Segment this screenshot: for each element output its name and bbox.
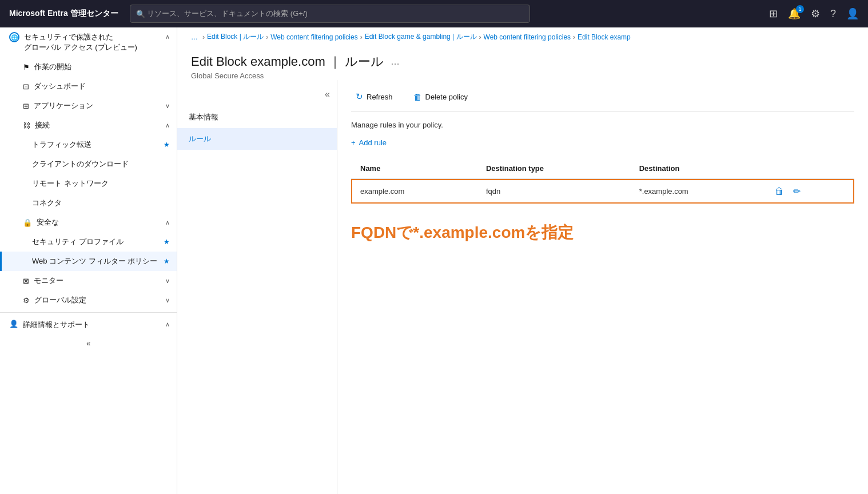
sidebar-item-secure[interactable]: 🔒 安全な ∧ <box>0 213 177 232</box>
sidebar-item-label: リモート ネットワーク <box>32 178 109 189</box>
panels: « 基本情報 ルール ↻ Refresh 🗑 <box>177 80 868 494</box>
topbar: Microsoft Entra 管理センター 🔍 リソース、サービス、ドキュメン… <box>0 0 868 27</box>
sidebar-item-label: クライアントのダウンロード <box>32 159 129 169</box>
collapse-icon: « <box>86 339 90 348</box>
breadcrumb-item-5[interactable]: Edit Block examp <box>578 33 631 41</box>
search-bar[interactable]: 🔍 リソース、サービス、ドキュメントの検索 (G+/) <box>130 5 530 23</box>
brand-label: Microsoft Entra 管理センター <box>9 9 118 19</box>
delete-row-icon[interactable]: 🗑 <box>775 186 784 197</box>
breadcrumb-dots[interactable]: … <box>191 33 198 41</box>
sidebar: 🌐 セキュリティで保護されたグローバル アクセス (プレビュー) ∧ ⚑ 作業の… <box>0 27 177 494</box>
sidebar-item-label: コネクタ <box>32 198 62 208</box>
page-header: Edit Block example.com ｜ ルール … Global Se… <box>177 46 868 80</box>
settings-icon2: ⚙ <box>23 296 30 305</box>
apps-icon: ⊞ <box>23 102 29 110</box>
sidebar-item-security-profile[interactable]: セキュリティ プロファイル ★ <box>0 232 177 252</box>
edit-row-icon[interactable]: ✏ <box>793 186 801 197</box>
sidebar-item-applications[interactable]: ⊞ アプリケーション ∨ <box>0 96 177 115</box>
help-icon[interactable]: ? <box>830 8 836 20</box>
page-title: Edit Block example.com ｜ ルール <box>191 53 384 70</box>
rules-table: Name Destination type Destination exampl… <box>351 158 854 204</box>
lock-icon: 🔒 <box>23 218 32 227</box>
sidebar-item-label: ダッシュボード <box>34 81 86 91</box>
connection-icon: ⛓ <box>23 121 30 130</box>
chevron-up-icon2: ∧ <box>165 219 170 226</box>
sidebar-item-label: 作業の開始 <box>34 62 71 72</box>
monitor-icon: ⊠ <box>23 277 29 285</box>
sidebar-item-traffic[interactable]: トラフィック転送 ★ <box>0 135 177 154</box>
action-icons: 🗑 ✏ <box>775 186 845 197</box>
breadcrumb: … › Edit Block | ルール › Web content filte… <box>177 27 868 46</box>
sidebar-item-dashboard[interactable]: ⊡ ダッシュボード <box>0 77 177 96</box>
star-icon: ★ <box>164 257 170 265</box>
nav-item-rules[interactable]: ルール <box>177 128 337 150</box>
breadcrumb-item-4[interactable]: Web content filtering policies <box>484 33 571 41</box>
notification-badge: 1 <box>796 5 804 13</box>
divider <box>0 312 177 313</box>
search-icon: 🔍 <box>136 10 148 18</box>
chevron-up-icon: ∧ <box>165 122 170 129</box>
nav-item-basic-info[interactable]: 基本情報 <box>177 106 337 128</box>
flag-icon: ⚑ <box>23 63 30 71</box>
sidebar-item-label: セキュリティ プロファイル <box>32 237 124 247</box>
add-icon: + <box>351 138 356 147</box>
profile-icon[interactable]: 👤 <box>846 7 859 20</box>
sidebar-support-label: 詳細情報とサポート <box>23 320 161 330</box>
sidebar-item-global-settings[interactable]: ⚙ グローバル設定 ∨ <box>0 290 177 310</box>
delete-label: Delete policy <box>425 93 468 101</box>
more-menu-button[interactable]: … <box>391 57 400 67</box>
grid-icon[interactable]: ⊞ <box>769 7 778 20</box>
sidebar-collapse-bottom[interactable]: « <box>0 334 177 352</box>
table-body: example.com fqdn *.example.com 🗑 ✏ <box>351 179 854 204</box>
sidebar-footer-support[interactable]: 👤 詳細情報とサポート ∧ <box>0 315 177 334</box>
row-dest-type: fqdn <box>477 179 630 204</box>
chevron-up-icon3: ∧ <box>165 321 170 328</box>
delete-icon: 🗑 <box>413 92 422 102</box>
sidebar-item-client-download[interactable]: クライアントのダウンロード <box>0 154 177 174</box>
breadcrumb-item-2[interactable]: Web content filtering policies <box>270 33 358 41</box>
col-dest: Destination <box>630 158 766 179</box>
chevron-down-icon3: ∨ <box>165 297 170 304</box>
sidebar-item-connection[interactable]: ⛓ 接続 ∧ <box>0 115 177 135</box>
col-dest-type: Destination type <box>477 158 630 179</box>
col-actions <box>766 158 854 179</box>
table-row[interactable]: example.com fqdn *.example.com 🗑 ✏ <box>351 179 854 204</box>
globe-icon: 🌐 <box>9 32 19 42</box>
sidebar-item-monitor[interactable]: ⊠ モニター ∨ <box>0 271 177 290</box>
sidebar-item-start[interactable]: ⚑ 作業の開始 <box>0 57 177 77</box>
breadcrumb-item-1[interactable]: Edit Block | ルール <box>207 32 264 42</box>
table-header: Name Destination type Destination <box>351 158 854 179</box>
right-content-panel: ↻ Refresh 🗑 Delete policy Manage rules i… <box>337 80 868 494</box>
col-name: Name <box>351 158 477 179</box>
chevron-down-icon2: ∨ <box>165 277 170 285</box>
sidebar-group-global-access[interactable]: 🌐 セキュリティで保護されたグローバル アクセス (プレビュー) ∧ <box>0 27 177 57</box>
sidebar-item-remote-network[interactable]: リモート ネットワーク <box>0 174 177 193</box>
sidebar-item-connector[interactable]: コネクタ <box>0 193 177 213</box>
add-rule-button[interactable]: + Add rule <box>351 136 387 149</box>
sidebar-group-label: セキュリティで保護されたグローバル アクセス (プレビュー) <box>24 32 161 53</box>
refresh-icon: ↻ <box>356 91 363 102</box>
collapse-button[interactable]: « <box>177 89 337 106</box>
star-icon: ★ <box>164 238 170 246</box>
refresh-label: Refresh <box>367 93 393 101</box>
page-title-row: Edit Block example.com ｜ ルール … <box>191 53 854 70</box>
star-icon: ★ <box>164 141 170 149</box>
sidebar-item-label: トラフィック転送 <box>32 140 91 150</box>
page-subtitle: Global Secure Access <box>191 71 854 80</box>
row-actions: 🗑 ✏ <box>766 179 854 204</box>
settings-icon[interactable]: ⚙ <box>811 7 820 20</box>
delete-policy-button[interactable]: 🗑 Delete policy <box>409 90 472 104</box>
sidebar-item-label: グローバル設定 <box>34 295 86 305</box>
add-rule-label: Add rule <box>359 138 387 147</box>
refresh-button[interactable]: ↻ Refresh <box>351 89 397 104</box>
notification-icon[interactable]: 🔔 1 <box>788 7 801 20</box>
row-dest: *.example.com <box>630 179 766 204</box>
left-nav-panel: « 基本情報 ルール <box>177 80 337 494</box>
annotation-text: FQDNで*.example.comを指定 <box>351 217 854 248</box>
main-layout: 🌐 セキュリティで保護されたグローバル アクセス (プレビュー) ∧ ⚑ 作業の… <box>0 27 868 494</box>
toolbar: ↻ Refresh 🗑 Delete policy <box>351 89 854 111</box>
search-placeholder: リソース、サービス、ドキュメントの検索 (G+/) <box>147 9 308 19</box>
breadcrumb-item-3[interactable]: Edit Block game & gambling | ルール <box>365 32 477 42</box>
sidebar-item-label: 安全な <box>37 217 59 228</box>
sidebar-item-web-filter[interactable]: Web コンテンツ フィルター ポリシー ★ <box>0 252 177 271</box>
